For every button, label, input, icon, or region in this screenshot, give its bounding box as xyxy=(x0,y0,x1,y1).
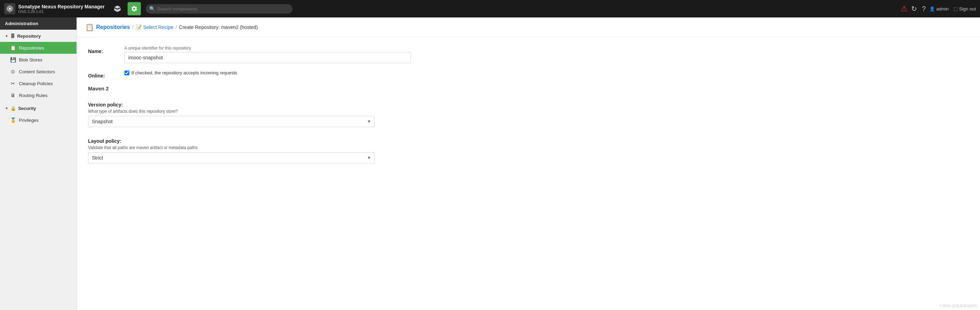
breadcrumb: 📋 Repositories / 📝 Select Recipe / Creat… xyxy=(77,17,980,37)
online-label: Online: xyxy=(88,70,116,79)
version-policy-select[interactable]: Release Snapshot Mixed xyxy=(88,116,375,127)
user-icon: 👤 xyxy=(929,6,935,11)
logo-icon xyxy=(4,3,15,14)
routing-label: Routing Rules xyxy=(19,93,48,98)
alert-icon[interactable]: ⚠ xyxy=(900,4,908,13)
breadcrumb-step1[interactable]: 📝 Select Recipe xyxy=(135,24,173,30)
version-policy-select-wrap: Release Snapshot Mixed ▼ xyxy=(88,116,375,127)
breadcrumb-root-icon: 📋 xyxy=(85,23,94,32)
version-policy-description: What type of artifacts does this reposit… xyxy=(88,109,969,114)
box-icon-btn[interactable] xyxy=(111,2,124,15)
online-check-label: If checked, the repository accepts incom… xyxy=(131,70,237,75)
navbar: Sonatype Nexus Repository Manager OSS 3.… xyxy=(0,0,980,17)
breadcrumb-sep-1: / xyxy=(132,24,134,30)
sidebar-item-repositories[interactable]: 📋 Repositories xyxy=(0,42,76,54)
security-icon: 🔒 xyxy=(11,106,16,111)
signout-label: Sign out xyxy=(959,6,976,11)
blob-stores-icon: 💾 xyxy=(10,57,16,62)
create-repo-form: Name: A unique identifier for this repos… xyxy=(77,37,980,180)
blob-stores-label: Blob Stores xyxy=(19,57,42,62)
repositories-label: Repositories xyxy=(19,45,44,51)
form-row-online: Online: If checked, the repository accep… xyxy=(88,70,969,79)
sidebar-item-blob-stores[interactable]: 💾 Blob Stores xyxy=(0,54,76,66)
sidebar-group-repository[interactable]: ▼ 🗄 Repository xyxy=(0,30,76,42)
cleanup-label: Cleanup Policies xyxy=(19,81,53,86)
online-checkbox[interactable] xyxy=(124,71,129,75)
watermark: CSDN @祝你幸福365 xyxy=(939,304,977,308)
svg-point-2 xyxy=(9,8,11,10)
app-version: OSS 3.28.1-01 xyxy=(18,9,105,14)
sidebar-section-repository: ▼ 🗄 Repository 📋 Repositories 💾 Blob Sto… xyxy=(0,30,76,102)
breadcrumb-root-link[interactable]: Repositories xyxy=(96,24,130,30)
breadcrumb-step1-label: Select Recipe xyxy=(143,24,173,30)
form-row-name: Name: A unique identifier for this repos… xyxy=(88,46,969,63)
maven2-title: Maven 2 xyxy=(88,85,969,93)
navbar-right: ⚠ ↻ ? 👤 admin ⬚ Sign out xyxy=(900,3,976,14)
search-bar: 🔍 xyxy=(146,4,293,14)
sidebar-item-content-selectors[interactable]: ⊙ Content Selectors xyxy=(0,66,76,78)
sidebar-item-privileges[interactable]: 🏅 Privileges xyxy=(0,114,76,126)
search-icon: 🔍 xyxy=(149,6,155,11)
username-label: admin xyxy=(936,6,948,11)
sidebar: Administration ▼ 🗄 Repository 📋 Reposito… xyxy=(0,17,77,310)
refresh-icon[interactable]: ↻ xyxy=(910,3,918,14)
content-selectors-icon: ⊙ xyxy=(10,69,16,74)
routing-icon: 🖥 xyxy=(10,93,16,98)
app-logo: Sonatype Nexus Repository Manager OSS 3.… xyxy=(4,3,105,14)
search-input[interactable] xyxy=(146,4,293,14)
breadcrumb-step1-icon: 📝 xyxy=(135,24,142,30)
box-icon xyxy=(114,5,121,13)
sidebar-section-security: ▼ 🔒 Security 🏅 Privileges xyxy=(0,102,76,127)
breadcrumb-sep-2: / xyxy=(175,24,177,30)
version-policy-group: Version policy: What type of artifacts d… xyxy=(88,99,969,127)
group-repository-icon: 🗄 xyxy=(11,33,15,39)
online-field: If checked, the repository accepts incom… xyxy=(124,70,969,75)
signout-btn[interactable]: ⬚ Sign out xyxy=(953,6,976,11)
name-hint: A unique identifier for this repository xyxy=(124,46,969,51)
chevron-down-icon: ▼ xyxy=(5,34,8,38)
security-label: Security xyxy=(18,106,36,111)
layout-policy-description: Validate that all paths are maven artifa… xyxy=(88,145,969,150)
sidebar-group-security[interactable]: ▼ 🔒 Security xyxy=(0,103,76,114)
app-title: Sonatype Nexus Repository Manager xyxy=(18,4,105,9)
gear-icon xyxy=(131,5,138,12)
main-layout: Administration ▼ 🗄 Repository 📋 Reposito… xyxy=(0,17,980,310)
signout-icon: ⬚ xyxy=(953,6,958,11)
name-field: A unique identifier for this repository xyxy=(124,46,969,63)
group-repository-label: Repository xyxy=(17,33,41,39)
chevron-down-icon-security: ▼ xyxy=(5,106,8,110)
layout-policy-select[interactable]: Strict Permissive xyxy=(88,152,375,163)
nexus-logo-svg xyxy=(6,5,14,13)
privileges-label: Privileges xyxy=(19,118,38,123)
content-selectors-label: Content Selectors xyxy=(19,69,55,74)
sidebar-item-routing-rules[interactable]: 🖥 Routing Rules xyxy=(0,89,76,101)
sidebar-header: Administration xyxy=(0,17,76,30)
version-policy-label: Version policy: xyxy=(88,99,969,108)
name-input[interactable] xyxy=(124,52,411,63)
help-icon[interactable]: ? xyxy=(921,3,927,14)
layout-policy-label: Layout policy: xyxy=(88,136,969,144)
user-menu[interactable]: 👤 admin xyxy=(929,6,948,11)
privileges-icon: 🏅 xyxy=(10,117,16,123)
layout-policy-select-wrap: Strict Permissive ▼ xyxy=(88,152,375,163)
cleanup-icon: ✂ xyxy=(10,81,16,86)
repositories-icon: 📋 xyxy=(10,45,16,51)
maven2-section: Maven 2 Version policy: What type of art… xyxy=(88,85,969,163)
name-label: Name: xyxy=(88,46,116,54)
main-content: 📋 Repositories / 📝 Select Recipe / Creat… xyxy=(77,17,980,310)
sidebar-item-cleanup-policies[interactable]: ✂ Cleanup Policies xyxy=(0,78,76,89)
online-check-row: If checked, the repository accepts incom… xyxy=(124,70,969,75)
layout-policy-group: Layout policy: Validate that all paths a… xyxy=(88,136,969,163)
breadcrumb-current: Create Repository: maven2 (hosted) xyxy=(179,24,258,30)
app-title-block: Sonatype Nexus Repository Manager OSS 3.… xyxy=(18,4,105,14)
settings-icon-btn[interactable] xyxy=(127,2,141,15)
